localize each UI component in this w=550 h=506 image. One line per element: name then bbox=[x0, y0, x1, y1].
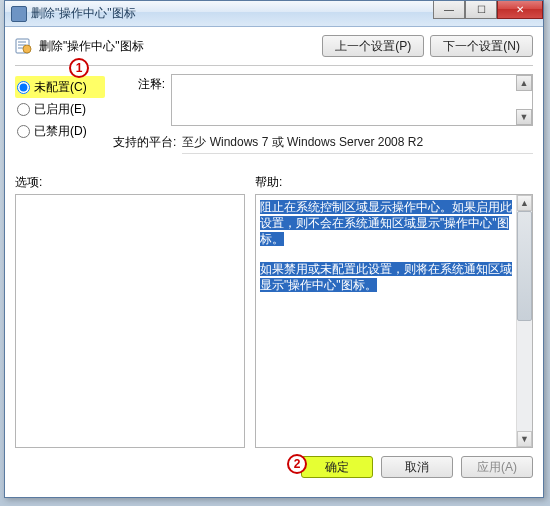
radio-disabled[interactable]: 已禁用(D) bbox=[15, 120, 105, 142]
comment-label: 注释: bbox=[113, 74, 165, 126]
svg-point-4 bbox=[23, 45, 31, 53]
options-panel bbox=[15, 194, 245, 448]
dialog-window: 删除"操作中心"图标 — ☐ ✕ 删除"操作中心"图标 bbox=[4, 0, 544, 498]
scrollbar-thumb[interactable] bbox=[517, 211, 532, 321]
help-paragraph-1: 阻止在系统控制区域显示操作中心。如果启用此设置，则不会在系统通知区域显示"操作中… bbox=[260, 200, 512, 246]
platform-label: 支持的平台: bbox=[113, 132, 176, 154]
content-area: 删除"操作中心"图标 上一个设置(P) 下一个设置(N) 1 未配置(C) 已启… bbox=[5, 27, 543, 488]
scrollbar-up-icon[interactable]: ▲ bbox=[517, 195, 532, 211]
radio-enabled[interactable]: 已启用(E) bbox=[15, 98, 105, 120]
radio-enabled-input[interactable] bbox=[17, 103, 30, 116]
help-label: 帮助: bbox=[255, 174, 282, 191]
help-panel: 阻止在系统控制区域显示操作中心。如果启用此设置，则不会在系统通知区域显示"操作中… bbox=[255, 194, 533, 448]
app-icon bbox=[11, 6, 27, 22]
radio-enabled-label: 已启用(E) bbox=[34, 101, 86, 118]
config-area: 1 未配置(C) 已启用(E) 已禁用(D) 注释: ▲ bbox=[15, 74, 533, 160]
callout-1: 1 bbox=[69, 58, 89, 78]
footer-buttons: 2 确定 取消 应用(A) bbox=[15, 456, 533, 478]
maximize-button[interactable]: ☐ bbox=[465, 1, 497, 19]
lower-labels: 选项: 帮助: bbox=[15, 174, 533, 191]
header-left: 删除"操作中心"图标 bbox=[15, 37, 144, 55]
radio-not-configured-label: 未配置(C) bbox=[34, 79, 87, 96]
cancel-button[interactable]: 取消 bbox=[381, 456, 453, 478]
lower-panels: 阻止在系统控制区域显示操作中心。如果启用此设置，则不会在系统通知区域显示"操作中… bbox=[15, 194, 533, 448]
help-paragraph-2: 如果禁用或未配置此设置，则将在系统通知区域显示"操作中心"图标。 bbox=[260, 262, 512, 292]
header-row: 删除"操作中心"图标 上一个设置(P) 下一个设置(N) bbox=[15, 35, 533, 57]
window-title: 删除"操作中心"图标 bbox=[31, 5, 136, 22]
nav-buttons: 上一个设置(P) 下一个设置(N) bbox=[322, 35, 533, 57]
minimize-button[interactable]: — bbox=[433, 1, 465, 19]
right-column: 注释: ▲ ▼ 支持的平台: 至少 Windows 7 或 Windows Se… bbox=[113, 74, 533, 160]
help-text[interactable]: 阻止在系统控制区域显示操作中心。如果启用此设置，则不会在系统通知区域显示"操作中… bbox=[260, 199, 512, 307]
ok-button[interactable]: 确定 bbox=[301, 456, 373, 478]
radio-not-configured[interactable]: 1 未配置(C) bbox=[15, 76, 105, 98]
options-label: 选项: bbox=[15, 174, 255, 191]
help-scrollbar[interactable]: ▲ ▼ bbox=[516, 195, 532, 447]
next-setting-button[interactable]: 下一个设置(N) bbox=[430, 35, 533, 57]
scroll-down-icon[interactable]: ▼ bbox=[516, 109, 532, 125]
close-icon: ✕ bbox=[516, 4, 524, 15]
divider bbox=[15, 65, 533, 66]
policy-icon bbox=[15, 37, 33, 55]
radio-not-configured-input[interactable] bbox=[17, 81, 30, 94]
header-title: 删除"操作中心"图标 bbox=[39, 38, 144, 55]
radio-disabled-input[interactable] bbox=[17, 125, 30, 138]
prev-setting-button[interactable]: 上一个设置(P) bbox=[322, 35, 424, 57]
scrollbar-down-icon[interactable]: ▼ bbox=[517, 431, 532, 447]
comment-row: 注释: ▲ ▼ bbox=[113, 74, 533, 126]
titlebar: 删除"操作中心"图标 — ☐ ✕ bbox=[5, 1, 543, 27]
close-button[interactable]: ✕ bbox=[497, 1, 543, 19]
window-controls: — ☐ ✕ bbox=[433, 1, 543, 19]
radio-group: 1 未配置(C) 已启用(E) 已禁用(D) bbox=[15, 74, 105, 160]
radio-disabled-label: 已禁用(D) bbox=[34, 123, 87, 140]
scroll-up-icon[interactable]: ▲ bbox=[516, 75, 532, 91]
comment-textbox[interactable]: ▲ ▼ bbox=[171, 74, 533, 126]
minimize-icon: — bbox=[444, 4, 454, 15]
platform-row: 支持的平台: 至少 Windows 7 或 Windows Server 200… bbox=[113, 132, 533, 154]
apply-button[interactable]: 应用(A) bbox=[461, 456, 533, 478]
maximize-icon: ☐ bbox=[477, 4, 486, 15]
platform-value: 至少 Windows 7 或 Windows Server 2008 R2 bbox=[182, 132, 533, 154]
